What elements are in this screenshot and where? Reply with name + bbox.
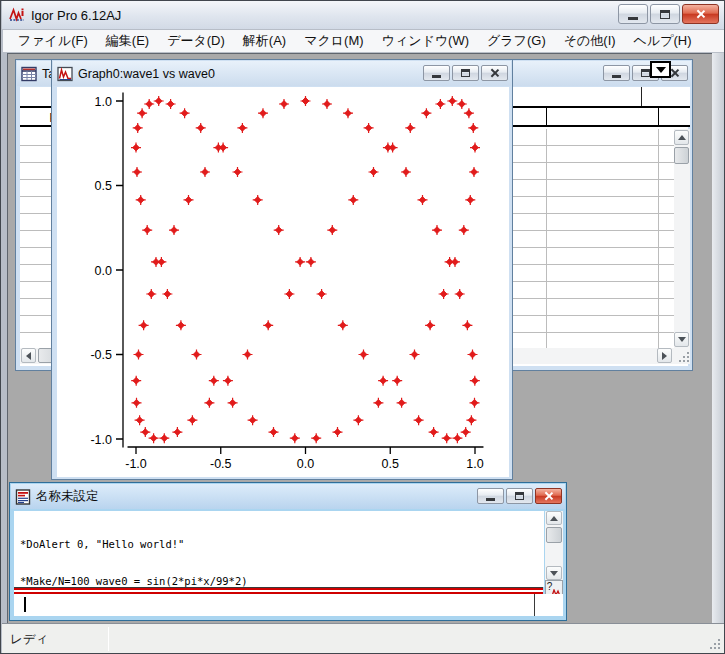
menu-analysis[interactable]: 解析(A) bbox=[234, 30, 295, 52]
history-vscrollbar[interactable] bbox=[545, 511, 563, 580]
graph-plot-area[interactable]: 1.00.50.0-0.5-1.0-1.0-0.50.00.51.0 bbox=[57, 87, 509, 477]
table-resize-grip[interactable] bbox=[677, 350, 689, 362]
command-titlebar[interactable]: 名称未設定 bbox=[11, 484, 565, 509]
scatter-marker-diamonds bbox=[133, 98, 479, 442]
status-text: レディ bbox=[10, 631, 48, 648]
maximize-icon bbox=[660, 10, 670, 19]
scatter-marker-crosses bbox=[131, 96, 480, 443]
main-close-button[interactable] bbox=[682, 4, 719, 24]
igor-pro-main-window: Igor Pro 6.12AJ ファイル(F) 編集(E) データ(D) 解析(… bbox=[0, 0, 725, 654]
history-line: *Make/N=100 wave0 = sin(2*pi*x/99*2) bbox=[20, 575, 544, 587]
maximize-icon bbox=[461, 69, 470, 77]
graph-close-button[interactable] bbox=[481, 65, 508, 81]
menu-bar: ファイル(F) 編集(E) データ(D) 解析(A) マクロ(M) ウィンドウ(… bbox=[3, 30, 724, 53]
command-input-line[interactable] bbox=[14, 594, 563, 616]
arrow-down-icon bbox=[550, 571, 558, 576]
menu-misc[interactable]: その他(I) bbox=[555, 30, 625, 52]
command-close-button[interactable] bbox=[535, 488, 562, 504]
scroll-right-button[interactable] bbox=[657, 348, 672, 363]
arrow-up-icon bbox=[550, 516, 558, 521]
text-cursor bbox=[24, 597, 26, 612]
close-icon bbox=[670, 68, 680, 78]
x-tick-label: 0.5 bbox=[382, 457, 399, 471]
main-minimize-button[interactable] bbox=[618, 4, 648, 24]
x-tick-label: 0.0 bbox=[297, 457, 314, 471]
arrow-left-icon bbox=[26, 352, 31, 360]
status-separator bbox=[108, 627, 109, 651]
column-divider bbox=[546, 108, 547, 125]
arrow-up-icon bbox=[678, 135, 686, 140]
window-resize-grip[interactable] bbox=[708, 637, 720, 649]
minimize-icon bbox=[486, 498, 495, 501]
maximize-icon bbox=[641, 69, 650, 77]
close-icon bbox=[696, 9, 706, 19]
igor-app-icon[interactable] bbox=[9, 7, 25, 23]
close-icon bbox=[544, 491, 554, 501]
graph-plot-svg[interactable]: 1.00.50.0-0.5-1.0-1.0-0.50.00.51.0 bbox=[57, 87, 509, 477]
minimize-icon bbox=[628, 17, 638, 20]
menu-graph[interactable]: グラフ(G) bbox=[478, 30, 555, 52]
scroll-left-button[interactable] bbox=[21, 348, 36, 363]
status-bar: レディ bbox=[2, 623, 724, 653]
scroll-down-button[interactable] bbox=[546, 566, 562, 580]
grid-column-line bbox=[546, 129, 547, 348]
y-tick-label: 0.0 bbox=[95, 264, 112, 278]
y-tick-label: 0.5 bbox=[95, 179, 112, 193]
vscroll-thumb[interactable] bbox=[546, 527, 562, 543]
command-window-icon bbox=[15, 489, 31, 505]
main-window-title: Igor Pro 6.12AJ bbox=[31, 8, 121, 23]
y-tick-label: -0.5 bbox=[90, 348, 112, 362]
menu-file[interactable]: ファイル(F) bbox=[9, 30, 97, 52]
command-window-title: 名称未設定 bbox=[36, 488, 99, 505]
x-tick-label: -0.5 bbox=[210, 457, 232, 471]
command-window[interactable]: 名称未設定 *DoAlert 0, "Hello world!" *Make/N… bbox=[9, 482, 567, 621]
graph-minimize-button[interactable] bbox=[423, 65, 450, 81]
scroll-up-button[interactable] bbox=[546, 511, 562, 525]
command-history-area[interactable]: *DoAlert 0, "Hello world!" *Make/N=100 w… bbox=[14, 511, 544, 587]
graph-titlebar[interactable]: Graph0:wave1 vs wave0 bbox=[53, 61, 511, 86]
main-maximize-button[interactable] bbox=[650, 4, 680, 24]
menu-help[interactable]: ヘルプ(H) bbox=[625, 30, 701, 52]
x-tick-label: 1.0 bbox=[466, 457, 483, 471]
command-minimize-button[interactable] bbox=[477, 488, 504, 504]
menu-macro[interactable]: マクロ(M) bbox=[295, 30, 372, 52]
formula-bar-divider bbox=[641, 87, 642, 106]
column-divider bbox=[658, 108, 659, 125]
table-vscrollbar[interactable] bbox=[674, 129, 690, 348]
vscroll-thumb[interactable] bbox=[674, 147, 689, 164]
arrow-down-icon bbox=[678, 337, 686, 342]
menu-window[interactable]: ウィンドウ(W) bbox=[373, 30, 478, 52]
close-icon bbox=[490, 68, 500, 78]
history-command-divider bbox=[14, 587, 543, 594]
table-target-dropdown-button[interactable] bbox=[650, 61, 671, 78]
grid-column-line bbox=[658, 129, 659, 348]
x-tick-label: -1.0 bbox=[125, 457, 147, 471]
y-tick-label: -1.0 bbox=[90, 433, 112, 447]
graph-window[interactable]: Graph0:wave1 vs wave0 1.00.50.0-0.5-1.0-… bbox=[51, 59, 513, 480]
dropdown-arrow-icon bbox=[656, 67, 666, 73]
main-titlebar[interactable]: Igor Pro 6.12AJ bbox=[2, 1, 724, 29]
graph-maximize-button[interactable] bbox=[452, 65, 479, 81]
arrow-right-icon bbox=[662, 352, 667, 360]
menu-data[interactable]: データ(D) bbox=[158, 30, 234, 52]
minimize-icon bbox=[612, 75, 621, 78]
table-icon bbox=[21, 66, 37, 82]
graph-icon bbox=[57, 66, 73, 82]
graph-window-title: Graph0:wave1 vs wave0 bbox=[78, 67, 215, 81]
maximize-icon bbox=[515, 492, 524, 500]
table-minimize-button[interactable] bbox=[603, 65, 630, 81]
minimize-icon bbox=[432, 75, 441, 78]
menu-edit[interactable]: 編集(E) bbox=[97, 30, 158, 52]
window-frame-right bbox=[712, 53, 725, 623]
command-maximize-button[interactable] bbox=[506, 488, 533, 504]
history-line: *DoAlert 0, "Hello world!" bbox=[20, 538, 544, 550]
scroll-up-button[interactable] bbox=[674, 130, 689, 145]
command-line-divider bbox=[534, 594, 535, 616]
scroll-down-button[interactable] bbox=[674, 332, 689, 347]
y-tick-label: 1.0 bbox=[95, 95, 112, 109]
